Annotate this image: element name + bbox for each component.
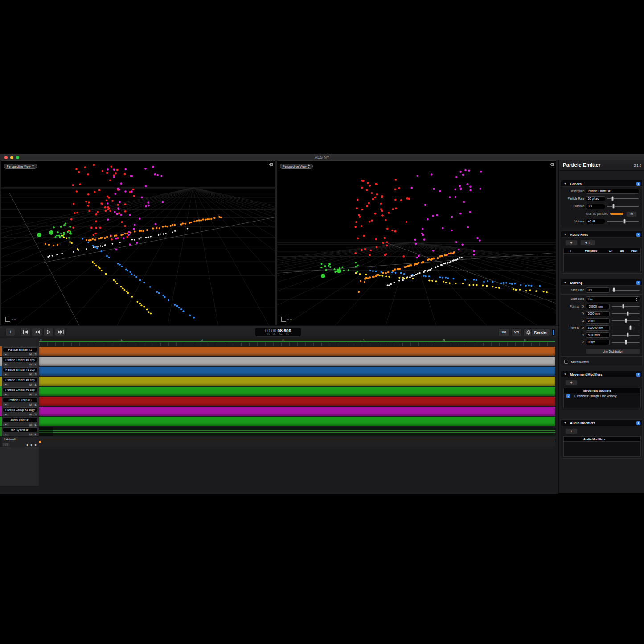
section-header[interactable]: ▼Startingi — [561, 279, 642, 286]
slider-thumb[interactable] — [613, 287, 615, 292]
fast-forward-button[interactable] — [55, 328, 66, 336]
slider-track[interactable] — [612, 306, 640, 307]
mute-button[interactable]: M — [29, 413, 33, 416]
track-name-field[interactable]: Particle Emitter #1 cop — [3, 387, 37, 392]
mic-track-lanes[interactable] — [39, 427, 555, 436]
slider-thumb[interactable] — [622, 304, 624, 309]
slider-thumb[interactable] — [629, 325, 632, 330]
track-header[interactable]: Particle Emitter #1 cop+MS — [2, 377, 39, 387]
add-modifier-button[interactable]: + — [565, 428, 578, 434]
add-audio-file-button[interactable]: + — [565, 240, 578, 246]
solo-button[interactable]: S — [33, 403, 37, 406]
track-clip[interactable] — [39, 407, 555, 416]
add-modifier-button[interactable]: + — [565, 380, 578, 386]
solo-button[interactable]: S — [33, 363, 37, 366]
info-icon[interactable]: i — [636, 233, 640, 237]
value-field[interactable]: 5000 mm — [586, 332, 610, 338]
track-add-button[interactable]: + — [3, 353, 9, 356]
viewport-left-scene[interactable] — [1, 161, 275, 325]
modifier-enabled-checkbox[interactable]: ✓ — [566, 394, 570, 398]
value-field[interactable]: 0 mm — [586, 318, 610, 324]
add-audio-file-multi-button[interactable]: +⊥ — [580, 240, 595, 246]
recalculate-button[interactable]: ↻ — [626, 211, 637, 217]
track-clip[interactable] — [39, 347, 555, 356]
track-clip[interactable] — [39, 367, 555, 376]
rewind-button[interactable] — [32, 328, 42, 336]
track-add-button[interactable]: + — [3, 363, 9, 366]
automation-curve[interactable] — [39, 442, 555, 443]
slider-thumb[interactable] — [611, 196, 614, 201]
mute-button[interactable]: M — [29, 403, 33, 406]
track-name-field[interactable]: Mic System #1 — [3, 427, 37, 432]
mute-button[interactable]: M — [29, 433, 33, 436]
value-field[interactable]: +0 dB — [586, 219, 605, 224]
vr-button[interactable]: VR — [511, 328, 522, 336]
track-add-button[interactable]: + — [3, 403, 9, 406]
section-header[interactable]: ▼Audio Filesi — [561, 231, 642, 238]
track-name-field[interactable]: Particle Emitter #1 cop — [3, 377, 37, 382]
play-button[interactable] — [43, 328, 54, 336]
expand-icon[interactable] — [550, 163, 554, 167]
start-zone-dropdown[interactable]: Line — [586, 296, 640, 302]
io-button[interactable]: I/O — [498, 328, 510, 336]
track-header[interactable]: Mic System #1+MS — [2, 427, 39, 437]
track-header[interactable]: Particle Emitter #1+MS — [2, 346, 39, 357]
window-titlebar[interactable]: AES NY — [0, 154, 644, 160]
viewport-right-scene[interactable] — [277, 161, 556, 325]
line-distribution-button[interactable]: Line Distribution — [586, 349, 640, 354]
track-add-button[interactable]: + — [3, 414, 9, 416]
track-add-button[interactable]: + — [3, 373, 9, 376]
timeline-ruler[interactable]: 0123456 — [0, 338, 558, 346]
automation-header[interactable]: 1.Azimuth◀◆▶ — [2, 437, 39, 447]
value-field[interactable]: 5000 mm — [586, 311, 610, 316]
solo-button[interactable]: S — [33, 373, 37, 376]
slider-thumb[interactable] — [627, 332, 629, 337]
solo-button[interactable]: S — [33, 393, 37, 396]
keyframe-prev-button[interactable]: ◀ — [26, 443, 28, 446]
viewport-right[interactable]: Perspective View 5 m — [277, 160, 556, 326]
value-field[interactable]: 20 p/sec — [586, 196, 605, 201]
yaw-pitch-roll-checkbox[interactable] — [564, 360, 568, 364]
section-header[interactable]: ▼Movement Modifiersi — [561, 371, 642, 377]
track-clip[interactable] — [39, 387, 555, 396]
mute-button[interactable]: M — [29, 353, 33, 356]
view-mode-dropdown[interactable]: Perspective View — [4, 164, 37, 169]
movement-modifier-row[interactable]: ✓1. Particles: Straight Line Velocity — [564, 393, 640, 399]
info-icon[interactable]: i — [636, 373, 640, 377]
disclosure-triangle-icon[interactable]: ▼ — [564, 281, 566, 284]
info-icon[interactable]: i — [636, 421, 640, 425]
solo-button[interactable]: S — [33, 383, 37, 386]
mute-button[interactable]: M — [29, 383, 33, 386]
track-header[interactable]: Particle Emitter #1 cop+MS — [2, 386, 39, 397]
track-clip[interactable] — [39, 417, 555, 426]
description-field[interactable]: Particle Emitter #1 — [586, 189, 639, 194]
track-name-field[interactable]: Particle Emitter #1 cop — [3, 357, 37, 362]
keyframe-next-button[interactable]: ▶ — [35, 443, 37, 446]
mute-button[interactable]: M — [29, 393, 33, 396]
automation-lane[interactable] — [39, 437, 555, 447]
track-clip[interactable] — [39, 377, 555, 386]
track-name-field[interactable]: Particle Emitter #1 cop — [3, 367, 37, 372]
section-header[interactable]: ▼Generali — [561, 180, 642, 187]
track-name-field[interactable]: Particle Group #3 — [3, 398, 37, 402]
section-header[interactable]: ▼Audio Modifiersi — [561, 420, 642, 426]
track-name-field[interactable]: Audio Track #1 — [3, 418, 37, 422]
keyframe-add-button[interactable]: ◆ — [30, 443, 33, 446]
mute-button[interactable]: M — [29, 373, 33, 376]
track-add-button[interactable]: + — [3, 434, 9, 436]
track-add-button[interactable]: + — [3, 423, 9, 426]
slider-thumb[interactable] — [625, 318, 627, 323]
disclosure-triangle-icon[interactable]: ▼ — [564, 233, 566, 236]
track-add-button[interactable]: + — [3, 394, 9, 396]
slider-thumb[interactable] — [625, 340, 627, 345]
disclosure-triangle-icon[interactable]: ▼ — [564, 373, 566, 376]
viewport-left[interactable]: Perspective View 5 m — [1, 160, 275, 326]
solo-button[interactable]: S — [33, 423, 37, 427]
value-field[interactable]: 0 s — [586, 287, 610, 293]
automation-point[interactable] — [39, 441, 41, 443]
slider-thumb[interactable] — [623, 219, 626, 224]
slider-thumb[interactable] — [627, 311, 629, 316]
track-header[interactable]: Particle Group #3+MS — [2, 397, 39, 407]
track-header[interactable]: Particle Emitter #1 cop+MS — [2, 357, 39, 367]
track-add-button[interactable]: + — [3, 383, 9, 386]
